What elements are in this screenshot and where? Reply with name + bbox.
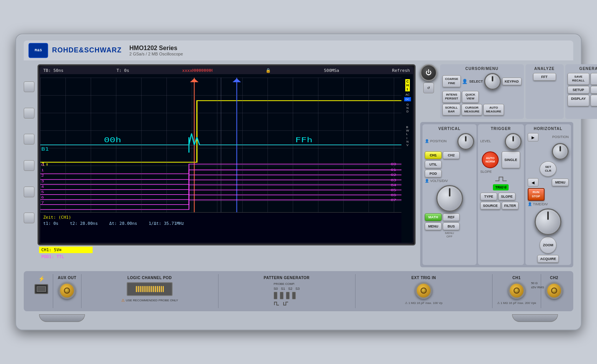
- nav-btn-2[interactable]: [24, 108, 34, 119]
- filter-button[interactable]: FILTER: [502, 202, 519, 210]
- fft-btn[interactable]: FFT: [533, 73, 556, 81]
- play-forward-btn[interactable]: ▶: [528, 133, 538, 141]
- logic-pod-connector[interactable]: [127, 282, 173, 296]
- refresh-btn[interactable]: ↺: [423, 83, 434, 93]
- cursor-measure-btn[interactable]: CURSORMEASURE: [462, 104, 482, 116]
- foot-right: [512, 314, 558, 322]
- vert-menu-button[interactable]: MENU: [425, 223, 442, 230]
- volts-div-knob[interactable]: [436, 185, 463, 212]
- keypad-btn[interactable]: KEYPAD: [502, 78, 522, 85]
- power-button[interactable]: ⏻: [420, 64, 437, 81]
- auto-measure-btn[interactable]: AUTOMEASURE: [483, 104, 504, 116]
- brand-name: ROHDE&SCHWARZ: [52, 46, 122, 54]
- ch2-connector: [546, 282, 563, 299]
- type-button[interactable]: TYPE: [480, 193, 497, 200]
- left-panel: TB: 50ns T: 0s xxxxHHHHHHHH 🔒 500MSa Ref…: [24, 64, 416, 267]
- vertical-section: VERTICAL 👤 POSITION CH1 CH2: [422, 124, 476, 265]
- nav-btn-3[interactable]: [24, 134, 34, 145]
- model-name: HMO1202 Series: [129, 45, 183, 52]
- s-connectors: [274, 292, 300, 299]
- vertical-title: VERTICAL: [425, 127, 474, 131]
- cursor-menu-title: CURSOR/MENU: [442, 67, 522, 71]
- file-print-btn[interactable]: FILEPRINT: [590, 95, 597, 107]
- ch1-connector-section: CH1 50 Ω≤5V RMS ⚠ 1 MΩ 16 pF max. 200 Vp…: [493, 274, 541, 308]
- ch2-connector-section: CH2: [541, 274, 567, 308]
- aux-out-section: AUX OUT: [53, 274, 82, 308]
- vertical-position-knob[interactable]: [457, 133, 474, 150]
- feet: [24, 314, 573, 322]
- usb-icon: ⚡: [38, 276, 45, 282]
- pod-button[interactable]: POD: [425, 170, 442, 177]
- acquire-button[interactable]: ACQUIRE: [537, 255, 559, 263]
- aux-out-connector: [59, 282, 75, 299]
- zoom-button[interactable]: ZOOM: [540, 237, 556, 253]
- util-button[interactable]: UTIL: [425, 161, 442, 168]
- trig-status: TRIG'd: [493, 184, 509, 190]
- coarse-fine-btn[interactable]: COARSEFINE: [442, 75, 461, 87]
- ch2-button[interactable]: CH2: [443, 151, 460, 159]
- select-knob[interactable]: [484, 73, 501, 90]
- run-stop-button[interactable]: RUNSTOP: [528, 188, 545, 201]
- channel-info: CH1: 5V≅ POD1: TTL: [38, 245, 416, 261]
- s2-connector[interactable]: [286, 292, 290, 299]
- ext-trig-section: EXT TRIG IN ⚠ 1 MΩ 16 pF max. 100 Vp: [356, 274, 493, 308]
- help-btn[interactable]: HELP: [590, 86, 597, 94]
- s3-connector[interactable]: [292, 292, 296, 299]
- bottom-connector-panel: ⚡ AUX OUT LOGIC CHANNEL POD: [24, 271, 573, 311]
- probe-comp-label: PROBE COMP.: [274, 282, 300, 286]
- setup-btn[interactable]: SETUP: [568, 86, 590, 94]
- auto-set-btn[interactable]: AUTOSET: [590, 73, 597, 85]
- pod-pins: [136, 286, 164, 292]
- display-btn[interactable]: DISPLAY: [568, 95, 590, 107]
- ch1-button[interactable]: CH1: [425, 151, 442, 159]
- menu-off-label: MENUOFF: [425, 231, 474, 238]
- set-clr-btn[interactable]: SETCLR: [540, 161, 556, 177]
- model-info: HMO1202 Series 2 GSa/s / 2 MB Oscillosco…: [129, 45, 183, 56]
- math-button[interactable]: MATH: [425, 213, 442, 221]
- volts-position-label: 👤 POSITION: [425, 139, 447, 143]
- logo-area: R&S ROHDE&SCHWARZ: [28, 43, 122, 58]
- play-back-btn[interactable]: ◀: [528, 178, 538, 187]
- horiz-position-knob[interactable]: [552, 143, 569, 160]
- trigger-level-knob[interactable]: [505, 133, 522, 150]
- pod-warning: ⚠ USE RECOMMENDED PROBE ONLY: [121, 298, 178, 302]
- nav-btn-1[interactable]: [24, 81, 34, 92]
- scroll-bar-btn[interactable]: SCROLLBAR: [442, 104, 460, 116]
- time-div-person-icon: 👤: [528, 202, 532, 206]
- trigger-section: TRIGGER LEVEL AUTONORM SINGLE SLOPE: [478, 124, 524, 265]
- pattern-display: xxxxHHHHHHHH: [182, 68, 212, 73]
- auto-norm-button[interactable]: AUTONORM: [482, 151, 499, 168]
- nav-btn-6[interactable]: [24, 213, 34, 223]
- source-button[interactable]: SOURCE: [480, 202, 501, 210]
- bus-button[interactable]: BUS: [443, 223, 460, 230]
- single-button[interactable]: SINGLE: [502, 151, 520, 168]
- waveform-area: 00h FFh 1↑ B1: [40, 78, 401, 212]
- oscilloscope: R&S ROHDE&SCHWARZ HMO1202 Series 2 GSa/s…: [15, 34, 582, 330]
- trigger-title: TRIGGER: [480, 127, 522, 131]
- nav-btn-5[interactable]: [24, 187, 34, 197]
- s0-connector[interactable]: [274, 292, 277, 299]
- usb-section: ⚡: [30, 274, 53, 308]
- ac-label: AC: [405, 93, 409, 96]
- probe-comp-symbols: [274, 301, 300, 307]
- horiz-menu-btn[interactable]: MENU: [552, 179, 569, 186]
- mode-display: Refresh: [392, 68, 410, 73]
- ch1-conn-label: CH1: [512, 276, 521, 280]
- oscilloscope-screen: TB: 50ns T: 0s xxxxHHHHHHHH 🔒 500MSa Ref…: [40, 67, 413, 243]
- save-recall-btn[interactable]: SAVERECALL: [568, 73, 590, 85]
- aux-out-label: AUX OUT: [58, 276, 77, 280]
- ref-button[interactable]: REF: [443, 213, 460, 221]
- logic-pod-label: LOGIC CHANNEL POD: [127, 276, 172, 280]
- general-section: GENERAL SAVERECALL AUTOSET SETUP HELP DI…: [565, 64, 597, 119]
- s1-connector[interactable]: [280, 292, 284, 299]
- time-div-knob[interactable]: [535, 208, 561, 235]
- nav-btn-4[interactable]: [24, 160, 34, 171]
- meas-t2: t2: 28.00ns: [70, 221, 98, 226]
- trigger-level-label: LEVEL: [480, 139, 491, 143]
- trig-slope-button[interactable]: SLOPE: [498, 193, 515, 200]
- intens-persist-btn[interactable]: INTENSPERSIST: [442, 91, 461, 103]
- ext-trig-spec: ⚠ 1 MΩ 16 pF max. 100 Vp: [405, 301, 442, 305]
- ch1-spec2: 50 Ω≤5V RMS: [531, 281, 544, 289]
- quick-view-btn[interactable]: QUICKVIEW: [462, 91, 479, 103]
- analyze-title: ANALYZE: [528, 67, 561, 71]
